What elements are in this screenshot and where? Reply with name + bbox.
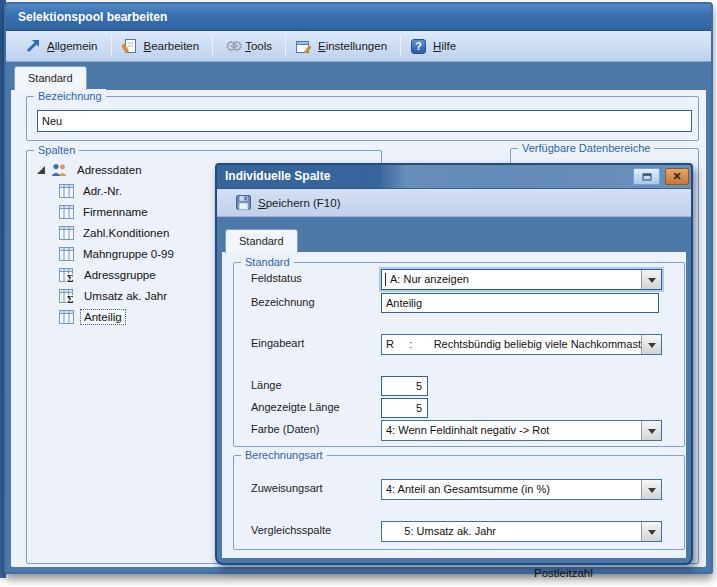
restore-icon	[642, 172, 652, 181]
column-icon	[59, 247, 74, 261]
vergleichsspalte-label: Vergleichsspalte	[251, 524, 331, 536]
group-berechnungsart: Berechnungsart Zuweisungsart 4: Anteil a…	[233, 455, 685, 550]
main-titlebar[interactable]: Selektionspool bearbeiten	[6, 4, 711, 31]
main-window-title: Selektionspool bearbeiten	[18, 10, 167, 24]
column-icon	[59, 184, 74, 198]
dialog-individuelle-spalte: Individuelle Spalte ✕ Speichern (F10) St…	[215, 163, 693, 565]
tree-item-label: Mahngruppe 0-99	[80, 247, 177, 261]
tree-item-label: Adressdaten	[74, 163, 145, 177]
zuweisungsart-label: Zuweisungsart	[251, 482, 323, 494]
save-icon	[235, 194, 252, 211]
column-sum-icon: Σ	[59, 289, 75, 304]
save-button[interactable]: Speichern (F10)	[229, 191, 350, 214]
group-standard: Standard Feldstatus A: Nur anzeigen Beze…	[233, 262, 685, 447]
group-berechnungsart-label: Berechnungsart	[241, 448, 327, 462]
menu-bearbeiten[interactable]: Bearbeiten	[115, 35, 210, 58]
tree-item-label: Adr.-Nr.	[80, 184, 125, 198]
dialog-page: Standard Feldstatus A: Nur anzeigen Beze…	[222, 252, 686, 558]
toolbar-separator	[212, 35, 213, 57]
settings-window-icon	[295, 38, 312, 55]
bezeichnung-pool-input[interactable]	[37, 110, 692, 132]
close-button[interactable]: ✕	[665, 168, 689, 185]
group-bezeichnung: Bezeichnung	[26, 96, 699, 141]
eingabeart-select[interactable]: R : Rechtsbündig beliebig viele Nachkomm…	[381, 334, 662, 355]
dialog-toolbar: Speichern (F10)	[217, 189, 691, 217]
restore-button[interactable]	[633, 168, 660, 185]
dropdown-arrow-icon[interactable]	[641, 421, 661, 440]
screenshot-root: Selektionspool bearbeiten Allgemein Bear…	[0, 0, 717, 587]
tree-item-label: Postleitzahl	[531, 566, 596, 580]
address-group-icon	[51, 163, 68, 177]
feldstatus-label: Feldstatus	[251, 272, 302, 284]
farbe-daten-label: Farbe (Daten)	[251, 423, 319, 435]
dropdown-arrow-icon[interactable]	[641, 270, 661, 289]
toolbar-separator	[400, 35, 401, 57]
laenge-input[interactable]	[381, 376, 428, 396]
tab-standard-main[interactable]: Standard	[14, 66, 87, 90]
column-icon	[59, 310, 74, 324]
tree-item-mahngruppe[interactable]: Mahngruppe 0-99	[59, 244, 177, 264]
group-bezeichnung-label: Bezeichnung	[34, 89, 106, 103]
vergleichsspalte-select[interactable]: 5: Umsatz ak. Jahr	[381, 521, 662, 542]
svg-text:Σ: Σ	[67, 273, 74, 283]
menu-hilfe[interactable]: ? Hilfe	[404, 35, 466, 58]
tree-item-label: Umsatz ak. Jahr	[81, 289, 170, 303]
toolbar-separator	[111, 35, 112, 57]
tree-item-adr-nr[interactable]: Adr.-Nr.	[59, 181, 125, 201]
laenge-label: Länge	[251, 379, 282, 391]
menu-allgemein[interactable]: Allgemein	[18, 35, 108, 58]
group-datenbereiche-label: Verfügbare Datenbereiche	[518, 141, 654, 155]
tree-item-label: Firmenname	[80, 205, 151, 219]
column-icon	[59, 205, 74, 219]
group-spalten-label: Spalten	[34, 143, 79, 157]
column-sum-icon: Σ	[59, 268, 75, 283]
bezeichnung-spalte-input[interactable]	[381, 293, 659, 313]
tree-item-adressdaten[interactable]: Adressdaten	[37, 160, 145, 180]
tree-item-firmenname[interactable]: Firmenname	[59, 202, 151, 222]
dropdown-arrow-icon[interactable]	[641, 335, 661, 354]
farbe-daten-select[interactable]: 4: Wenn Feldinhalt negativ -> Rot	[381, 420, 662, 441]
tree-item-anteilig[interactable]: Anteilig	[59, 307, 126, 327]
zuweisungsart-select[interactable]: 4: Anteil an Gesamtsumme (in %)	[381, 479, 662, 500]
menu-tools[interactable]: ⚙⚙ Tools	[216, 35, 282, 58]
eingabeart-label: Eingabeart	[251, 337, 304, 349]
dropdown-arrow-icon[interactable]	[641, 522, 661, 541]
angezeigte-laenge-label: Angezeigte Länge	[251, 401, 340, 413]
tree-item-zahl-konditionen[interactable]: Zahl.Konditionen	[59, 223, 172, 243]
edit-document-icon	[121, 38, 138, 55]
toolbar-separator	[285, 35, 286, 57]
tree-item-label-selected: Anteilig	[80, 309, 126, 325]
angezeigte-laenge-input[interactable]	[381, 398, 428, 418]
bezeichnung-label: Bezeichnung	[251, 296, 315, 308]
gears-icon: ⚙⚙	[222, 38, 239, 55]
main-toolbar: Allgemein Bearbeiten ⚙⚙ Tools Einstellun…	[6, 31, 711, 62]
tab-standard-dialog[interactable]: Standard	[225, 229, 298, 253]
tree-item-postleitzahl[interactable]: Postleitzahl	[525, 563, 596, 583]
tree-item-umsatz[interactable]: Σ Umsatz ak. Jahr	[59, 286, 170, 306]
arrow-up-right-icon	[24, 38, 41, 55]
svg-text:Σ: Σ	[67, 294, 74, 304]
close-icon: ✕	[672, 165, 681, 188]
dropdown-arrow-icon[interactable]	[641, 480, 661, 499]
menu-einstellungen[interactable]: Einstellungen	[289, 35, 397, 58]
help-icon: ?	[411, 39, 426, 54]
tree-item-label: Zahl.Konditionen	[80, 226, 172, 240]
column-icon	[59, 226, 74, 240]
dialog-titlebar[interactable]: Individuelle Spalte ✕	[217, 165, 691, 189]
feldstatus-select[interactable]: A: Nur anzeigen	[381, 269, 662, 290]
tree-item-label: Adressgruppe	[81, 268, 159, 282]
expander-icon[interactable]	[37, 166, 46, 175]
group-standard-label: Standard	[241, 255, 294, 269]
tree-item-adressgruppe[interactable]: Σ Adressgruppe	[59, 265, 159, 285]
dialog-title: Individuelle Spalte	[225, 169, 330, 183]
